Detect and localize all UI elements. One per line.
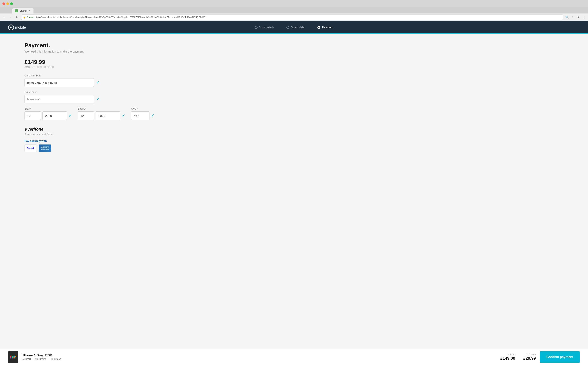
upfront-price: £149.00 <box>500 356 515 361</box>
main-content: Payment. We need this information to mak… <box>0 34 588 362</box>
start-label: Start* <box>25 107 72 110</box>
progress-bar <box>0 33 588 34</box>
tab-bar: B Basket ✕ <box>0 7 588 14</box>
site-header: mobile Your details Direct debit Payment <box>0 21 588 34</box>
active-tab[interactable]: B Basket ✕ <box>12 8 34 14</box>
start-group: Start* ✓ <box>25 107 72 120</box>
visa-card-logo: VISA <box>25 145 37 152</box>
product-info: IPhone 5. Grey 32GB. 500MB 1000mins 1000… <box>22 354 496 360</box>
amount-value: £149.99 <box>25 59 563 65</box>
address-bar: ‹ › ↻ 🔒 Secure https://www.idmobile.co.u… <box>0 14 588 21</box>
amex-text: AMERICAN EXPRESS <box>41 146 49 150</box>
issue-check-icon: ✓ <box>96 97 99 101</box>
verifone-logo: VVerifone <box>25 126 563 132</box>
step-dot-direct-debit <box>286 26 289 29</box>
monthly-price: £29.99 <box>523 356 536 361</box>
confirm-payment-button[interactable]: Confirm payment <box>540 351 580 362</box>
product-image <box>8 351 18 362</box>
page-subtitle: We need this information to make the pay… <box>25 50 563 53</box>
payment-form: Card number* ✓ Issue here ✓ Start* ✓ <box>25 74 106 120</box>
amount-section: £149.99 AMOUNT TO BE DEBITED <box>25 59 563 68</box>
forward-button[interactable]: › <box>8 15 13 20</box>
settings-icon[interactable]: ⋮ <box>582 15 586 19</box>
toolbar-icons: 🔍 ☆ ⊕ ⋮ <box>565 15 586 19</box>
progress-steps: Your details Direct debit Payment <box>255 26 333 29</box>
expire-label: Expire* <box>78 107 125 110</box>
upfront-price-item: upfront £149.00 <box>500 353 515 361</box>
minimize-button[interactable] <box>6 2 9 5</box>
monthly-price-item: a month £29.99 <box>523 353 536 361</box>
step-dot-your-details <box>255 26 258 29</box>
spec-text: 1000text <box>51 358 61 360</box>
browser-chrome: B Basket ✕ ‹ › ↻ 🔒 Secure https://www.id… <box>0 0 588 21</box>
start-check-icon: ✓ <box>68 113 72 118</box>
tab-close-button[interactable]: ✕ <box>29 10 31 12</box>
card-number-group: Card number* ✓ <box>25 74 106 87</box>
verifone-section: VVerifone A secure payment Zone Pay secu… <box>25 126 563 152</box>
card-logos: VISA AMERICAN EXPRESS <box>25 145 563 152</box>
pay-with-label: Pay securely with <box>25 139 563 142</box>
product-variant: Grey 32GB. <box>37 354 53 357</box>
issue-group: Issue here ✓ <box>25 91 106 103</box>
step-label-direct-debit: Direct debit <box>291 26 305 29</box>
expire-check-icon: ✓ <box>122 113 125 118</box>
monthly-label: a month <box>523 353 536 356</box>
start-year-input[interactable] <box>42 111 67 120</box>
issue-row: ✓ <box>25 95 106 103</box>
cvc-row: ✓ <box>131 111 154 120</box>
tab-label: Basket <box>20 9 27 12</box>
step-direct-debit: Direct debit <box>286 26 305 29</box>
amex-card-logo: AMERICAN EXPRESS <box>39 145 51 152</box>
card-number-input[interactable] <box>25 78 94 87</box>
expire-group: Expire* ✓ <box>78 107 125 120</box>
date-cvc-group: Start* ✓ Expire* ✓ CVC* <box>25 107 106 120</box>
card-number-check-icon: ✓ <box>96 80 99 85</box>
secure-badge: 🔒 Secure <box>23 16 34 19</box>
issue-input[interactable] <box>25 95 94 103</box>
logo-icon <box>8 25 14 30</box>
upfront-label: upfront <box>500 353 515 356</box>
card-number-row: ✓ <box>25 78 106 87</box>
back-button[interactable]: ‹ <box>2 15 7 20</box>
card-number-label: Card number* <box>25 74 106 77</box>
logo-text: mobile <box>15 25 26 30</box>
step-payment: Payment <box>317 26 333 29</box>
search-icon[interactable]: 🔍 <box>565 15 569 19</box>
footer-bar: IPhone 5. Grey 32GB. 500MB 1000mins 1000… <box>0 349 588 362</box>
product-name: IPhone 5. Grey 32GB. <box>22 354 496 357</box>
expire-year-input[interactable] <box>96 111 120 120</box>
site-logo: mobile <box>8 25 26 30</box>
step-label-your-details: Your details <box>259 26 274 29</box>
step-dot-payment <box>317 26 320 29</box>
expire-month-input[interactable] <box>78 111 94 120</box>
pricing-section: upfront £149.00 a month £29.99 <box>500 353 536 361</box>
maximize-button[interactable] <box>10 2 13 5</box>
visa-text: VISA <box>27 146 34 150</box>
url-bar[interactable]: 🔒 Secure https://www.idmobile.co.uk/chec… <box>21 14 563 20</box>
tab-favicon: B <box>15 9 18 12</box>
cvc-group: CVC* ✓ <box>131 107 154 120</box>
step-your-details: Your details <box>255 26 274 29</box>
cvc-input[interactable] <box>131 111 150 120</box>
cvc-label: CVC* <box>131 107 154 110</box>
verifone-subtitle: A secure payment Zone <box>25 133 563 136</box>
reload-button[interactable]: ↻ <box>15 15 20 20</box>
page-title: Payment. <box>25 42 563 49</box>
traffic-lights <box>2 2 13 5</box>
close-button[interactable] <box>2 2 5 5</box>
start-month-input[interactable] <box>25 111 41 120</box>
spec-data: 500MB <box>22 358 31 360</box>
bookmark-icon[interactable]: ☆ <box>570 15 575 19</box>
titlebar <box>0 0 588 7</box>
lock-icon: 🔒 <box>23 16 26 19</box>
expire-row: ✓ <box>78 111 125 120</box>
extensions-icon[interactable]: ⊕ <box>576 15 581 19</box>
start-row: ✓ <box>25 111 72 120</box>
amount-label: AMOUNT TO BE DEBITED <box>25 66 563 68</box>
url-text: https://www.idmobile.co.uk/checkout/chec… <box>35 16 207 18</box>
issue-label: Issue here <box>25 91 106 94</box>
product-specs: 500MB 1000mins 1000text <box>22 358 496 360</box>
step-label-payment: Payment <box>322 26 333 29</box>
product-name-bold: IPhone 5. <box>22 354 36 357</box>
cvc-check-icon: ✓ <box>151 113 154 118</box>
